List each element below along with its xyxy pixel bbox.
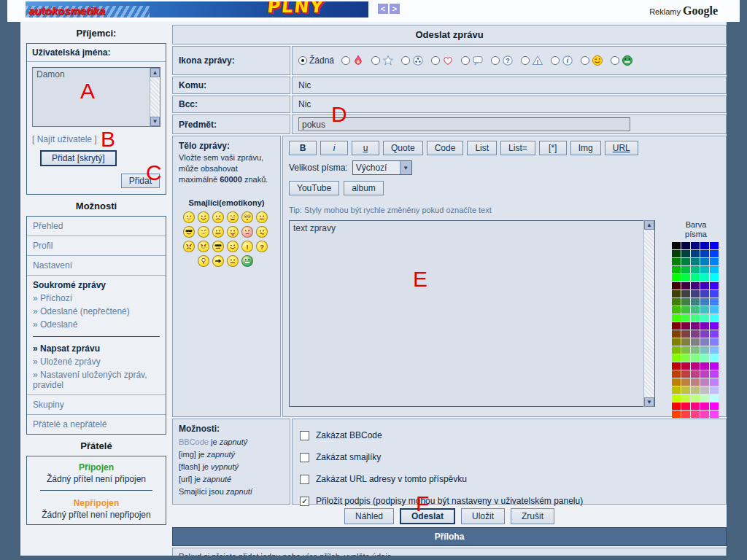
palette-color-swatch[interactable] [710, 250, 719, 257]
bbcode-List-button[interactable]: List [467, 141, 497, 155]
lol-smiley-icon[interactable] [198, 226, 209, 238]
zruit-button[interactable]: Zrušit [511, 508, 554, 524]
eek-smiley-icon[interactable] [241, 211, 253, 223]
bbcode-link[interactable]: BBCode [179, 438, 209, 446]
palette-color-swatch[interactable] [672, 402, 681, 410]
palette-color-swatch[interactable] [700, 411, 709, 418]
palette-color-swatch[interactable] [681, 258, 690, 265]
palette-color-swatch[interactable] [681, 306, 690, 314]
palette-color-swatch[interactable] [681, 386, 690, 394]
palette-color-swatch[interactable] [691, 386, 700, 394]
sidebar-item--odeslané-nepřečtené-[interactable]: » Odeslané (nepřečtené) [33, 305, 160, 318]
flame-radio[interactable] [341, 56, 350, 65]
palette-color-swatch[interactable] [710, 330, 719, 338]
message-textarea[interactable]: text zpravy [289, 220, 655, 407]
palette-color-swatch[interactable] [691, 298, 700, 306]
palette-color-swatch[interactable] [710, 370, 719, 378]
palette-color-swatch[interactable] [672, 378, 681, 386]
checkbox-2[interactable] [300, 475, 309, 484]
palette-color-swatch[interactable] [691, 330, 700, 338]
icon-none-radio[interactable] [298, 56, 307, 65]
sidebar-item-nastavení[interactable]: Nastavení [33, 259, 160, 272]
sad-smiley-icon[interactable] [212, 211, 224, 223]
smiley-wink-radio[interactable] [581, 56, 589, 65]
palette-color-swatch[interactable] [672, 266, 681, 273]
sidebar-item--uložené-zprávy[interactable]: » Uložené zprávy [33, 355, 160, 368]
usernames-listbox[interactable]: Damon ▲ ▼ [32, 67, 160, 127]
palette-color-swatch[interactable] [700, 354, 709, 362]
palette-color-swatch[interactable] [672, 274, 681, 281]
palette-color-swatch[interactable] [681, 354, 690, 362]
bbcode-i-button[interactable]: i [320, 141, 348, 155]
warning-radio[interactable] [521, 56, 530, 65]
palette-color-swatch[interactable] [691, 266, 700, 273]
bbcode-Img-button[interactable]: Img [570, 141, 601, 155]
bbcode-URL-button[interactable]: URL [605, 141, 638, 155]
bbcode-Quote-button[interactable]: Quote [383, 141, 423, 155]
palette-color-swatch[interactable] [700, 322, 709, 330]
palette-color-swatch[interactable] [672, 290, 681, 298]
listbox-scrollbar[interactable]: ▲ ▼ [150, 68, 160, 126]
palette-color-swatch[interactable] [710, 338, 719, 346]
checkbox-3[interactable]: ✓ [300, 497, 309, 506]
twisted-evil-smiley-icon[interactable] [198, 241, 209, 252]
palette-color-swatch[interactable] [700, 370, 709, 378]
palette-color-swatch[interactable] [700, 250, 709, 257]
palette-color-swatch[interactable] [681, 362, 690, 370]
palette-color-swatch[interactable] [681, 411, 690, 418]
question-radio[interactable] [491, 56, 500, 65]
sidebar-item--příchozí[interactable]: » Příchozí [33, 292, 160, 305]
palette-color-swatch[interactable] [672, 322, 681, 330]
palette-color-swatch[interactable] [700, 330, 709, 338]
palette-color-swatch[interactable] [700, 306, 709, 314]
palette-color-swatch[interactable] [681, 394, 690, 402]
palette-color-swatch[interactable] [700, 362, 709, 370]
speech-bubble-radio[interactable] [461, 56, 470, 65]
palette-color-swatch[interactable] [700, 346, 709, 354]
palette-color-swatch[interactable] [681, 314, 690, 322]
sidebar-item-profil[interactable]: Profil [33, 239, 160, 252]
palette-color-swatch[interactable] [691, 411, 700, 418]
checkbox-1[interactable] [300, 453, 309, 462]
palette-color-swatch[interactable] [672, 370, 681, 378]
palette-color-swatch[interactable] [691, 242, 700, 249]
smile-smiley-icon[interactable] [198, 211, 209, 223]
palette-color-swatch[interactable] [672, 354, 681, 362]
palette-color-swatch[interactable] [691, 402, 700, 410]
palette-color-swatch[interactable] [691, 394, 700, 402]
sidebar-item--nastavení-uložených-zpráv-pravidel[interactable]: » Nastavení uložených zpráv, pravidel [33, 368, 160, 392]
palette-color-swatch[interactable] [710, 362, 719, 370]
evil-smiley-icon[interactable] [183, 241, 195, 252]
palette-color-swatch[interactable] [672, 282, 681, 289]
palette-color-swatch[interactable] [681, 298, 690, 306]
palette-color-swatch[interactable] [710, 306, 719, 314]
palette-color-swatch[interactable] [700, 338, 709, 346]
palette-color-swatch[interactable] [700, 258, 709, 265]
palette-color-swatch[interactable] [700, 314, 709, 322]
sidebar-item--odeslané[interactable]: » Odeslané [33, 318, 160, 331]
palette-color-swatch[interactable] [710, 298, 719, 306]
palette-color-swatch[interactable] [710, 290, 719, 298]
wink-smiley-icon[interactable] [227, 241, 239, 252]
palette-color-swatch[interactable] [691, 314, 700, 322]
sidebar-item-přátelé-a-nepřátelé[interactable]: Přátelé a nepřátelé [33, 418, 160, 431]
green-grin-radio[interactable] [611, 56, 619, 65]
palette-color-swatch[interactable] [710, 411, 719, 418]
palette-color-swatch[interactable] [672, 338, 681, 346]
palette-color-swatch[interactable] [710, 242, 719, 249]
cool-smiley-icon[interactable] [183, 226, 195, 238]
shades-smiley-icon[interactable] [212, 241, 224, 252]
find-user-link[interactable]: [ Najít uživatele ] [27, 132, 166, 149]
palette-color-swatch[interactable] [681, 338, 690, 346]
sidebar-item--napsat-zprávu[interactable]: » Napsat zprávu [33, 342, 160, 355]
palette-color-swatch[interactable] [710, 378, 719, 386]
textarea-scrollbar[interactable]: ▲ ▼ [643, 220, 654, 407]
palette-color-swatch[interactable] [691, 306, 700, 314]
palette-color-swatch[interactable] [681, 282, 690, 289]
palette-color-swatch[interactable] [681, 402, 690, 410]
palette-color-swatch[interactable] [710, 258, 719, 265]
palette-color-swatch[interactable] [672, 258, 681, 265]
info-radio[interactable] [551, 56, 560, 65]
username-entry[interactable]: Damon [33, 68, 160, 81]
palette-color-swatch[interactable] [672, 330, 681, 338]
